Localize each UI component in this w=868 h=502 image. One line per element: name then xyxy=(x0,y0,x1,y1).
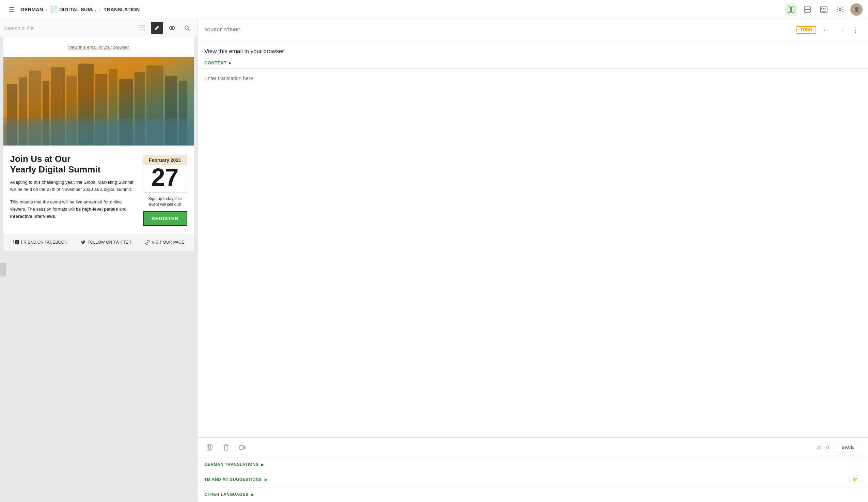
copy-source-icon xyxy=(207,444,213,451)
char-count: 31 · 0 xyxy=(817,445,829,450)
email-title: Join Us at Our Yearly Digital Summit xyxy=(10,154,136,175)
nav-right: 👤 xyxy=(785,3,862,16)
user-avatar[interactable]: 👤 xyxy=(850,3,862,16)
file-pdf-icon: 📄 xyxy=(50,6,58,13)
settings-gear-icon xyxy=(837,6,844,13)
email-description-2: This means that the event will be live-s… xyxy=(10,199,136,220)
svg-rect-43 xyxy=(240,445,243,450)
layout-panel-button[interactable] xyxy=(801,3,814,16)
translation-toolbar: 31 · 0 SAVE xyxy=(197,437,868,457)
right-panel: SOURCE STRING TODO ← → ⋮ View this email… xyxy=(197,19,868,502)
twitter-link-text: FOLLOW ON TWITTER xyxy=(87,240,131,245)
translation-tools xyxy=(204,442,248,453)
other-languages-title: OTHER LANGUAGES ▶ xyxy=(204,492,254,497)
breadcrumb-sep-1: › xyxy=(46,7,48,13)
translation-right-actions: 31 · 0 SAVE xyxy=(817,442,861,453)
context-toggle-button[interactable]: CONTEXT ▶ xyxy=(204,60,231,66)
eye-icon xyxy=(169,26,175,30)
preview-area[interactable]: ‹ View this email in your browser xyxy=(0,37,197,502)
delete-translation-button[interactable] xyxy=(221,442,231,453)
tm-mt-expand-icon: ▶ xyxy=(265,478,268,482)
source-actions: TODO ← → ⋮ xyxy=(796,24,861,36)
email-footer: 𝅱 f FRIEND ON FACEBOOK FOLLOW ON TWITTER xyxy=(3,234,194,251)
format-icon xyxy=(239,444,246,451)
layout-split-button[interactable] xyxy=(785,3,797,16)
svg-rect-36 xyxy=(3,125,194,145)
context-label: CONTEXT xyxy=(204,60,227,66)
register-button[interactable]: REGISTER xyxy=(143,211,187,226)
source-text: View this email in your browser xyxy=(204,48,861,55)
hamburger-menu-button[interactable]: ☰ xyxy=(6,3,18,16)
signup-text: Sign up today, this event will sell out! xyxy=(143,196,187,208)
date-day: 27 xyxy=(143,165,187,190)
settings-button[interactable] xyxy=(834,3,846,16)
list-icon xyxy=(139,26,145,30)
footer-facebook-link[interactable]: 𝅱 f FRIEND ON FACEBOOK xyxy=(13,240,67,245)
german-translations-section: GERMAN TRANSLATIONS ▶ xyxy=(197,458,868,472)
source-string-label: SOURCE STRING xyxy=(204,28,241,32)
list-view-button[interactable] xyxy=(136,22,148,34)
format-button[interactable] xyxy=(237,442,248,453)
zoom-search-button[interactable] xyxy=(181,22,193,34)
save-button[interactable]: SAVE xyxy=(835,442,861,453)
source-content: View this email in your browser CONTEXT … xyxy=(197,41,868,68)
email-text-column: Join Us at Our Yearly Digital Summit Ada… xyxy=(10,154,136,226)
email-body: Join Us at Our Yearly Digital Summit Ada… xyxy=(3,145,194,234)
top-navigation: ☰ GERMAN › 📄 DIGITAL SUM... › TRANSLATIO… xyxy=(0,0,868,19)
magnify-icon xyxy=(184,25,190,31)
todo-badge: TODO xyxy=(796,26,816,34)
left-collapse-handle[interactable]: ‹ xyxy=(0,263,6,277)
facebook-link-text: FRIEND ON FACEBOOK xyxy=(21,240,67,245)
email-preview: View this email in your browser xyxy=(3,37,194,251)
svg-point-12 xyxy=(839,9,841,11)
german-translations-expand-icon: ▶ xyxy=(261,463,264,466)
search-input[interactable] xyxy=(4,25,133,31)
svg-line-19 xyxy=(188,29,189,30)
layout-split-icon xyxy=(788,6,794,13)
tm-mt-suggestions-header[interactable]: TM AND MT SUGGESTIONS ▶ MT xyxy=(197,472,868,487)
next-string-button[interactable]: → xyxy=(835,24,846,36)
date-card: February 2021 27 xyxy=(143,154,187,192)
visit-page-link-text: VISIT OUR PAGE xyxy=(152,240,185,245)
email-date-column: February 2021 27 Sign up today, this eve… xyxy=(143,154,187,226)
mt-badge: MT xyxy=(850,477,861,482)
edit-mode-button[interactable] xyxy=(151,22,163,34)
prev-string-button[interactable]: ← xyxy=(820,24,831,36)
nav-left: ☰ GERMAN › 📄 DIGITAL SUM... › TRANSLATIO… xyxy=(6,3,140,16)
twitter-bird-icon xyxy=(81,240,85,244)
other-languages-section: OTHER LANGUAGES ▶ xyxy=(197,487,868,502)
german-translations-header[interactable]: GERMAN TRANSLATIONS ▶ xyxy=(197,458,868,472)
other-languages-header[interactable]: OTHER LANGUAGES ▶ xyxy=(197,487,868,502)
breadcrumb-sep-2: › xyxy=(99,7,101,13)
email-browser-link[interactable]: View this email in your browser xyxy=(68,44,129,50)
footer-page-link[interactable]: VISIT OUR PAGE xyxy=(145,240,185,245)
breadcrumb-file-name[interactable]: DIGITAL SUM... xyxy=(59,7,96,12)
tm-mt-suggestions-title: TM AND MT SUGGESTIONS ▶ xyxy=(204,477,267,482)
main-layout: ‹ View this email in your browser xyxy=(0,19,868,502)
context-expand-arrow-icon: ▶ xyxy=(229,61,232,65)
keyboard-icon xyxy=(820,7,827,13)
email-description-1: Adapting to this challenging year, the G… xyxy=(10,179,136,193)
layout-panel-icon xyxy=(804,6,811,13)
svg-rect-3 xyxy=(804,10,810,12)
breadcrumb-german[interactable]: GERMAN xyxy=(20,7,43,12)
svg-rect-2 xyxy=(804,7,810,9)
more-options-button[interactable]: ⋮ xyxy=(850,24,861,36)
svg-rect-0 xyxy=(788,7,791,12)
keyboard-button[interactable] xyxy=(818,3,830,16)
breadcrumb-file: 📄 DIGITAL SUM... xyxy=(50,6,96,13)
email-header: View this email in your browser xyxy=(3,37,194,57)
svg-point-17 xyxy=(171,27,173,29)
other-languages-expand-icon: ▶ xyxy=(251,493,255,496)
tm-mt-suggestions-section: TM AND MT SUGGESTIONS ▶ MT xyxy=(197,472,868,487)
preview-mode-button[interactable] xyxy=(166,22,178,34)
breadcrumb-translation[interactable]: TRANSLATION xyxy=(104,7,140,12)
copy-source-button[interactable] xyxy=(204,442,215,453)
source-string-header: SOURCE STRING TODO ← → ⋮ xyxy=(197,19,868,41)
svg-rect-40 xyxy=(208,445,212,449)
footer-twitter-link[interactable]: FOLLOW ON TWITTER xyxy=(81,240,131,245)
city-skyline-svg xyxy=(3,57,194,145)
facebook-logo-icon: f xyxy=(15,240,19,244)
pencil-icon xyxy=(154,25,160,31)
translation-input[interactable] xyxy=(197,69,868,437)
